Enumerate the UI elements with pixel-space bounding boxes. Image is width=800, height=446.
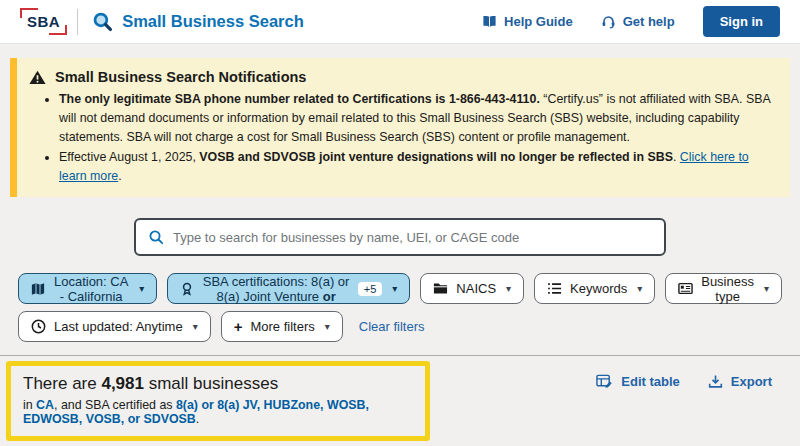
headset-icon: [601, 14, 616, 29]
search-area: [0, 218, 800, 256]
sba-logo-text: SBA: [27, 13, 60, 30]
chevron-down-icon: ▾: [325, 321, 330, 332]
chevron-down-icon: ▾: [506, 283, 511, 294]
top-header: SBA Small Business Search Help Guide: [0, 0, 800, 44]
search-input[interactable]: [173, 230, 652, 245]
edit-table-button[interactable]: Edit table: [596, 373, 680, 390]
notification-header: Small Business Search Notifications: [29, 69, 772, 85]
chevron-down-icon: ▾: [193, 321, 198, 332]
business-type-filter[interactable]: Business type ▾: [665, 273, 782, 304]
chevron-down-icon: ▾: [139, 283, 144, 294]
export-label: Export: [731, 374, 772, 389]
warning-icon: [29, 70, 46, 85]
last-updated-filter[interactable]: Last updated: Anytime ▾: [18, 311, 211, 342]
filter-bar: Location: CA - California ▾ SBA certific…: [18, 273, 782, 342]
help-guide-label: Help Guide: [504, 14, 573, 29]
chevron-down-icon: ▾: [764, 283, 769, 294]
get-help-label: Get help: [623, 14, 675, 29]
results-header: There are 4,981 small businesses in CA, …: [0, 356, 800, 441]
list-icon: [547, 281, 562, 296]
notification-title: Small Business Search Notifications: [55, 69, 306, 85]
page-title: Small Business Search: [122, 12, 304, 31]
filter-row-2: Last updated: Anytime ▾ + More filters ▾…: [18, 311, 782, 342]
chevron-down-icon: ▾: [392, 283, 397, 294]
last-updated-filter-label: Last updated: Anytime: [54, 319, 183, 334]
chevron-down-icon: ▾: [637, 283, 642, 294]
search-icon: [92, 11, 113, 32]
results-count-line: There are 4,981 small businesses: [23, 374, 413, 394]
clear-filters-link[interactable]: Clear filters: [359, 319, 425, 334]
book-icon: [482, 14, 497, 29]
more-filters-label: More filters: [250, 319, 314, 334]
results-count: 4,981: [101, 374, 144, 393]
id-card-icon: [678, 281, 693, 296]
notification-banner: Small Business Search Notifications The …: [10, 58, 790, 197]
table-actions: Edit table Export: [596, 373, 772, 390]
award-icon: [180, 282, 194, 296]
certifications-more-badge: +5: [358, 282, 383, 296]
notification-item-phone: The only legitimate SBA phone number rel…: [59, 90, 772, 148]
naics-filter-label: NAICS: [456, 281, 496, 296]
folder-icon: [433, 281, 448, 296]
keywords-filter[interactable]: Keywords ▾: [534, 273, 655, 304]
search-input-icon: [148, 229, 164, 245]
edit-table-icon: [596, 373, 613, 390]
edit-table-label: Edit table: [621, 374, 680, 389]
more-filters-button[interactable]: + More filters ▾: [221, 311, 343, 342]
notification-list: The only legitimate SBA phone number rel…: [59, 90, 772, 186]
header-actions: Help Guide Get help Sign in: [482, 6, 780, 37]
plus-icon: +: [234, 318, 243, 335]
search-box[interactable]: [134, 218, 666, 256]
sba-logo[interactable]: SBA: [20, 7, 67, 36]
header-divider: [77, 9, 78, 35]
certifications-filter-label: SBA certifications: 8(a) or 8(a) Joint V…: [202, 274, 349, 304]
sba-certifications-filter[interactable]: SBA certifications: 8(a) or 8(a) Joint V…: [167, 273, 410, 304]
location-filter-label: Location: CA - California: [53, 274, 129, 304]
notification-item-jv: Effective August 1, 2025, VOSB and SDVOS…: [59, 148, 772, 186]
location-filter[interactable]: Location: CA - California ▾: [18, 273, 157, 304]
state-filter-link[interactable]: CA: [36, 398, 54, 412]
get-help-link[interactable]: Get help: [601, 14, 675, 29]
download-icon: [708, 374, 723, 389]
map-icon: [31, 282, 45, 296]
clock-icon: [31, 319, 46, 334]
help-guide-link[interactable]: Help Guide: [482, 14, 573, 29]
naics-filter[interactable]: NAICS ▾: [420, 273, 524, 304]
filter-row-1: Location: CA - California ▾ SBA certific…: [18, 273, 782, 304]
results-criteria-line: in CA, and SBA certified as 8(a) or 8(a)…: [23, 398, 413, 426]
sign-in-button[interactable]: Sign in: [703, 6, 780, 37]
keywords-filter-label: Keywords: [570, 281, 627, 296]
sba-small-business-search-page: SBA Small Business Search Help Guide: [0, 0, 800, 446]
results-count-highlight-box: There are 4,981 small businesses in CA, …: [6, 361, 430, 441]
business-type-filter-label: Business type: [701, 274, 754, 304]
export-button[interactable]: Export: [708, 373, 772, 390]
